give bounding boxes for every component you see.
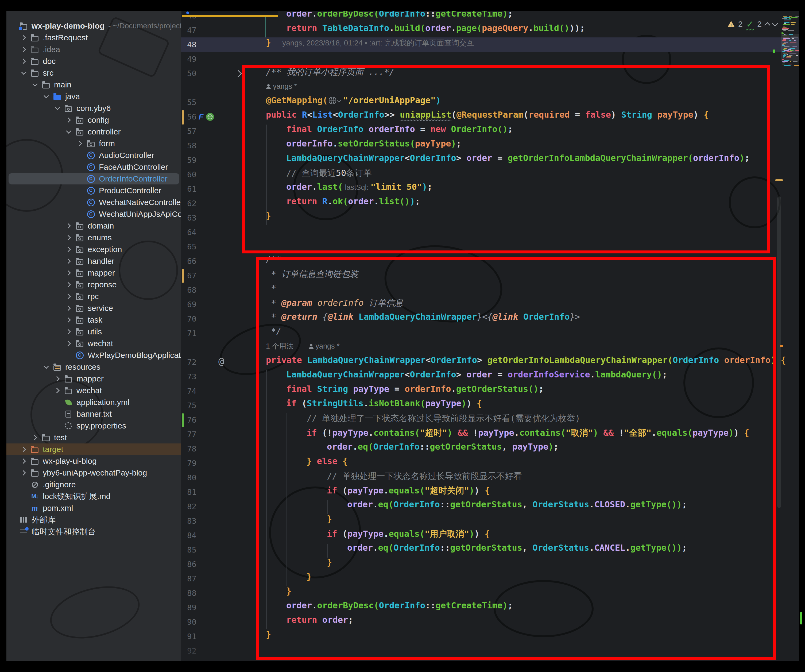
line-number[interactable]: 50 xyxy=(181,66,196,81)
tree-item-com.yby6[interactable]: com.yby6 xyxy=(7,102,181,114)
line-number[interactable]: 79 xyxy=(181,456,196,470)
line-number[interactable]: 90 xyxy=(181,615,196,629)
editor-scrollbar[interactable] xyxy=(777,197,781,508)
tree-chevron-icon[interactable] xyxy=(75,142,85,145)
tree-item-ProductController[interactable]: CProductController xyxy=(7,185,181,197)
tree-item-lock锁知识扩展.md[interactable]: M↓lock锁知识扩展.md xyxy=(7,491,181,502)
line-number[interactable]: 61 xyxy=(181,182,196,196)
tree-item-banner.txt[interactable]: banner.txt xyxy=(7,408,181,420)
tree-chevron-icon[interactable] xyxy=(64,283,74,287)
tree-item-rpc[interactable]: rpc xyxy=(7,291,181,302)
spring-mapping-icon[interactable] xyxy=(206,113,214,121)
line-number[interactable]: 87 xyxy=(181,572,196,586)
tree-item-application.yml[interactable]: application.yml xyxy=(7,396,181,408)
line-number[interactable]: 58 xyxy=(181,138,196,153)
tree-chevron-icon[interactable] xyxy=(64,248,74,251)
tree-item-src[interactable]: src xyxy=(7,67,181,79)
line-number[interactable]: 81 xyxy=(181,485,196,499)
line-number[interactable]: 83 xyxy=(181,514,196,528)
line-number[interactable]: 47 xyxy=(181,23,196,38)
tree-chevron-icon[interactable] xyxy=(19,36,29,39)
tree-item-mapper[interactable]: mapper xyxy=(7,267,181,279)
tree-item-test[interactable]: test xyxy=(7,432,181,444)
tree-item-resources[interactable]: resources xyxy=(7,361,181,373)
tree-chevron-icon[interactable] xyxy=(64,131,74,133)
line-number[interactable]: 57 xyxy=(181,124,196,138)
line-number[interactable]: 88 xyxy=(181,586,196,600)
tree-chevron-icon[interactable] xyxy=(19,59,29,63)
tree-item-AudioController[interactable]: CAudioController xyxy=(7,150,181,161)
code-line-47[interactable]: 47return TableDataInfo.build(order.page(… xyxy=(181,23,799,38)
tree-item-临时文件和控制台[interactable]: 临时文件和控制台 xyxy=(7,526,181,537)
line-number[interactable]: 80 xyxy=(181,470,196,485)
tree-item-reponse[interactable]: reponse xyxy=(7,279,181,291)
tree-chevron-icon[interactable] xyxy=(41,366,51,368)
line-number[interactable]: 55 xyxy=(181,95,196,110)
line-number[interactable]: 73 xyxy=(181,370,196,384)
tree-item-FaceAuthController[interactable]: CFaceAuthController xyxy=(7,161,181,173)
tree-item-exception[interactable]: exception xyxy=(7,243,181,255)
tree-item-config[interactable]: config xyxy=(7,114,181,126)
tree-item-target[interactable]: target xyxy=(7,444,181,455)
next-issue-chevron-icon[interactable] xyxy=(772,21,778,27)
tree-item-外部库[interactable]: 外部库 xyxy=(7,514,181,526)
line-number[interactable]: 78 xyxy=(181,442,196,456)
tree-item-yby6-uniApp-wechatPay-blog[interactable]: yby6-uniApp-wechatPay-blog xyxy=(7,467,181,479)
tree-item-enums[interactable]: enums xyxy=(7,232,181,243)
line-number[interactable]: 84 xyxy=(181,528,196,543)
line-number[interactable]: 64 xyxy=(181,225,196,240)
tree-chevron-icon[interactable] xyxy=(64,236,74,240)
git-change-bar[interactable] xyxy=(182,110,184,125)
tree-item-wx-play-demo-blog[interactable]: wx-play-demo-blog - ~/Documents/project xyxy=(7,20,181,32)
git-change-bar[interactable] xyxy=(182,413,184,427)
tree-item-.gitignore[interactable]: .gitignore xyxy=(7,479,181,491)
minimap[interactable] xyxy=(781,15,799,66)
gutter-icons[interactable]: F xyxy=(199,110,214,124)
tree-item-form[interactable]: form xyxy=(7,138,181,150)
line-number[interactable]: 60 xyxy=(181,168,196,182)
fast-request-icon[interactable]: F xyxy=(199,112,204,122)
tree-item-OrderInfoController[interactable]: COrderInfoController xyxy=(7,173,181,185)
tree-chevron-icon[interactable] xyxy=(41,95,51,98)
tree-item-wechat[interactable]: wechat xyxy=(7,384,181,396)
line-number[interactable]: 91 xyxy=(181,629,196,644)
tree-item-java[interactable]: java xyxy=(7,90,181,102)
line-number[interactable]: 49 xyxy=(181,52,196,66)
tree-item-WxPlayDemoBlogApplication[interactable]: CWxPlayDemoBlogApplication xyxy=(7,349,181,361)
tree-chevron-icon[interactable] xyxy=(19,471,29,475)
tree-item-.fastRequest[interactable]: .fastRequest xyxy=(7,32,181,44)
code-line-49[interactable]: 49 xyxy=(181,52,799,66)
line-number[interactable]: 89 xyxy=(181,600,196,615)
tree-chevron-icon[interactable] xyxy=(30,84,40,86)
tree-chevron-icon[interactable] xyxy=(64,318,74,322)
tree-chevron-icon[interactable] xyxy=(19,48,29,51)
line-number[interactable]: 59 xyxy=(181,153,196,168)
line-number[interactable]: 65 xyxy=(181,240,196,254)
line-number[interactable]: 48 xyxy=(181,38,196,52)
tree-item-wechat[interactable]: wechat xyxy=(7,338,181,349)
prev-issue-chevron-icon[interactable] xyxy=(764,22,770,28)
tree-item-WechatUniAppJsApiContr[interactable]: CWechatUniAppJsApiContr xyxy=(7,208,181,220)
tree-item-.idea[interactable]: .idea xyxy=(7,44,181,55)
tree-chevron-icon[interactable] xyxy=(30,436,40,439)
tree-item-task[interactable]: task xyxy=(7,314,181,326)
tree-chevron-icon[interactable] xyxy=(53,389,62,393)
tree-chevron-icon[interactable] xyxy=(64,342,74,345)
inspections-widget[interactable]: ! 2 ✓ 2 xyxy=(728,19,777,30)
line-number[interactable]: 71 xyxy=(181,326,196,340)
line-number[interactable]: 66 xyxy=(181,254,196,268)
minimap-viewport[interactable] xyxy=(781,34,799,61)
fold-chevron-icon[interactable] xyxy=(235,70,242,77)
tree-item-controller[interactable]: controller xyxy=(7,126,181,138)
tree-item-domain[interactable]: domain xyxy=(7,220,181,232)
tree-chevron-icon[interactable] xyxy=(64,330,74,334)
line-number[interactable]: 63 xyxy=(181,210,196,225)
tree-item-mapper[interactable]: mapper xyxy=(7,373,181,384)
tree-item-WechatNativeController[interactable]: CWechatNativeController xyxy=(7,197,181,208)
tree-item-handler[interactable]: handler xyxy=(7,255,181,267)
tree-chevron-icon[interactable] xyxy=(64,271,74,275)
line-number[interactable]: 85 xyxy=(181,543,196,557)
line-number[interactable]: 70 xyxy=(181,312,196,326)
tree-chevron-icon[interactable] xyxy=(53,107,62,109)
line-number[interactable]: 82 xyxy=(181,499,196,514)
